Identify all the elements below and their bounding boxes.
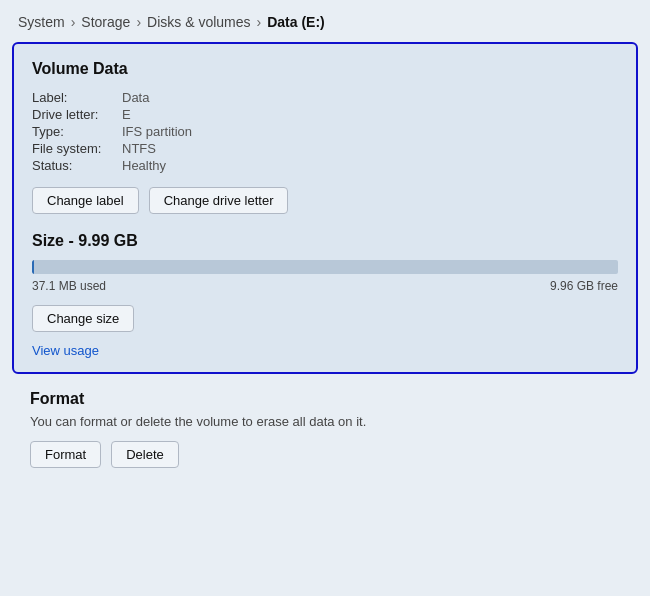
view-usage-link[interactable]: View usage xyxy=(32,343,99,358)
change-label-button[interactable]: Change label xyxy=(32,187,139,214)
breadcrumb-system[interactable]: System xyxy=(18,14,65,30)
volume-info-table: Label: Data Drive letter: E Type: IFS pa… xyxy=(32,90,618,173)
change-drive-letter-button[interactable]: Change drive letter xyxy=(149,187,289,214)
format-section: Format You can format or delete the volu… xyxy=(12,388,638,484)
drive-letter-key: Drive letter: xyxy=(32,107,122,122)
storage-free-label: 9.96 GB free xyxy=(550,279,618,293)
drive-letter-val: E xyxy=(122,107,618,122)
storage-used-label: 37.1 MB used xyxy=(32,279,106,293)
filesystem-val: NTFS xyxy=(122,141,618,156)
storage-bar xyxy=(32,260,618,274)
format-button[interactable]: Format xyxy=(30,441,101,468)
status-key: Status: xyxy=(32,158,122,173)
filesystem-key: File system: xyxy=(32,141,122,156)
status-val: Healthy xyxy=(122,158,618,173)
label-val: Data xyxy=(122,90,618,105)
volume-title: Volume Data xyxy=(32,60,618,78)
main-content: Volume Data Label: Data Drive letter: E … xyxy=(12,42,638,484)
breadcrumb-sep-3: › xyxy=(257,14,262,30)
volume-card: Volume Data Label: Data Drive letter: E … xyxy=(12,42,638,374)
volume-buttons-row: Change label Change drive letter xyxy=(32,187,618,214)
breadcrumb-storage[interactable]: Storage xyxy=(81,14,130,30)
change-size-button[interactable]: Change size xyxy=(32,305,134,332)
breadcrumb-current: Data (E:) xyxy=(267,14,325,30)
storage-bar-labels: 37.1 MB used 9.96 GB free xyxy=(32,279,618,293)
delete-button[interactable]: Delete xyxy=(111,441,179,468)
type-key: Type: xyxy=(32,124,122,139)
breadcrumb: System › Storage › Disks & volumes › Dat… xyxy=(0,0,650,42)
type-val: IFS partition xyxy=(122,124,618,139)
storage-bar-used-fill xyxy=(32,260,34,274)
breadcrumb-sep-2: › xyxy=(136,14,141,30)
breadcrumb-sep-1: › xyxy=(71,14,76,30)
format-title: Format xyxy=(30,390,620,408)
size-title: Size - 9.99 GB xyxy=(32,232,618,250)
label-key: Label: xyxy=(32,90,122,105)
change-size-row: Change size xyxy=(32,305,618,332)
format-button-row: Format Delete xyxy=(30,441,620,468)
format-description: You can format or delete the volume to e… xyxy=(30,414,620,429)
breadcrumb-disks[interactable]: Disks & volumes xyxy=(147,14,250,30)
